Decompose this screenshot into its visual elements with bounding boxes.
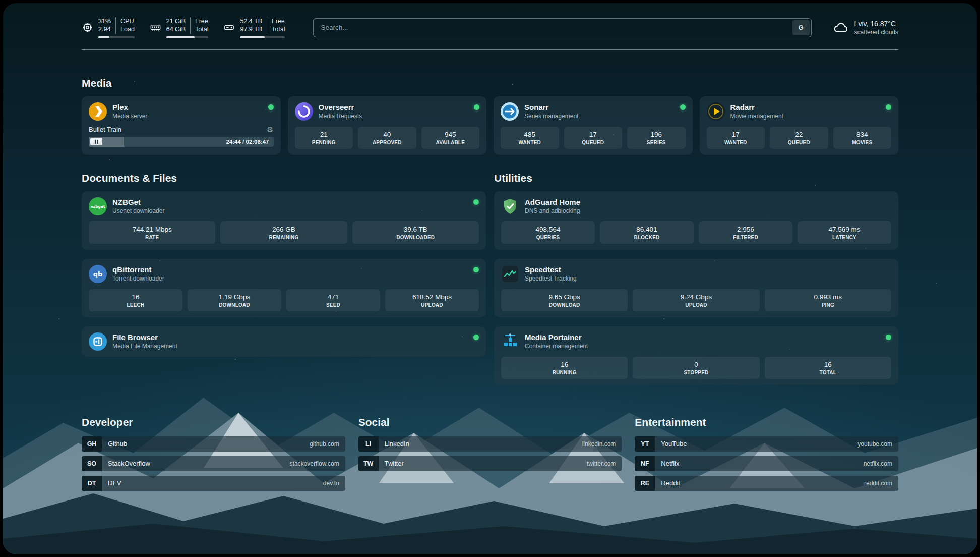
- disk-free: 52.4 TB: [240, 17, 267, 25]
- app-subtitle: Torrent downloader: [112, 275, 164, 282]
- app-name: NZBGet: [112, 198, 164, 207]
- stat-label: LATENCY: [801, 235, 888, 240]
- weather-widget: Lviv, 16.87°C scattered clouds: [833, 20, 898, 36]
- bookmark-dev[interactable]: DT DEV dev.to: [82, 476, 345, 491]
- stat-box: 471 SEED: [286, 289, 380, 311]
- bookmark-group-entertainment: Entertainment YT YouTube youtube.com NF …: [635, 416, 898, 495]
- ram-icon: [150, 22, 161, 33]
- topbar-divider: [82, 49, 898, 50]
- bookmark-twitter[interactable]: TW Twitter twitter.com: [358, 456, 622, 471]
- stat-value: 471: [289, 293, 377, 301]
- status-dot: [886, 104, 891, 110]
- app-name: AdGuard Home: [525, 198, 580, 207]
- app-name: qBittorrent: [112, 265, 164, 275]
- disk-progress-bar: [240, 36, 285, 38]
- stat-label: RATE: [92, 235, 212, 240]
- stat-box: 17 QUEUED: [564, 127, 623, 149]
- app-card-adguard[interactable]: AdGuard Home DNS and adblocking 498,564 …: [494, 191, 898, 250]
- stat-label: UPLOAD: [388, 302, 476, 308]
- stat-value: 834: [836, 131, 889, 138]
- plex-now-playing: Bullet Train ⚙ 24:44 / 02:06:47: [89, 126, 274, 147]
- status-dot: [268, 104, 274, 110]
- bookmark-abbr: LI: [358, 436, 379, 452]
- search-input[interactable]: [313, 18, 811, 37]
- stat-value: 16: [92, 293, 179, 301]
- bookmark-netflix[interactable]: NF Netflix netflix.com: [635, 456, 898, 471]
- stat-label: SERIES: [630, 140, 683, 145]
- stat-box: 16 LEECH: [89, 289, 182, 311]
- app-name: Radarr: [730, 103, 783, 113]
- app-card-plex[interactable]: Plex Media server Bullet Train ⚙: [82, 96, 281, 155]
- app-subtitle: Series management: [524, 113, 578, 120]
- stat-box: 47.569 ms LATENCY: [798, 221, 891, 244]
- cpu-percent: 31%: [98, 17, 115, 25]
- overseerr-icon: [295, 102, 313, 121]
- stat-box: 1.19 Gbps DOWNLOAD: [188, 289, 281, 311]
- app-card-portainer[interactable]: Media Portainer Container management 16 …: [494, 326, 898, 385]
- app-name: Speedtest: [525, 265, 577, 275]
- bookmark-linkedin[interactable]: LI LinkedIn linkedin.com: [358, 436, 622, 452]
- stat-value: 9.65 Gbps: [504, 293, 625, 301]
- portainer-stats: 16 RUNNING 0 STOPPED 16 TOTAL: [501, 357, 891, 379]
- stat-label: BLOCKED: [603, 235, 691, 240]
- app-card-overseerr[interactable]: Overseerr Media Requests 21 PENDING 40 A…: [288, 96, 487, 155]
- bookmark-abbr: YT: [635, 436, 655, 452]
- playback-progress-bar[interactable]: 24:44 / 02:06:47: [89, 137, 274, 147]
- pause-button[interactable]: [90, 138, 102, 145]
- bookmark-stackoverflow[interactable]: SO StackOverflow stackoverflow.com: [82, 456, 345, 471]
- app-card-radarr[interactable]: Radarr Movie management 17 WANTED 22 QUE…: [700, 96, 899, 155]
- status-dot: [473, 335, 479, 340]
- stat-box: 39.6 TB DOWNLOADED: [352, 221, 479, 244]
- stat-label: RUNNING: [504, 370, 625, 375]
- ram-free: 21 GiB: [166, 17, 190, 25]
- app-card-qbittorrent[interactable]: qb qBittorrent Torrent downloader 16: [82, 259, 486, 317]
- ram-widget: 21 GiB Free 64 GiB Total: [150, 17, 209, 38]
- bookmark-group-social: Social LI LinkedIn linkedin.com TW Twitt…: [358, 416, 622, 495]
- stat-box: 16 RUNNING: [501, 357, 628, 379]
- stat-box: 498,564 QUERIES: [501, 221, 595, 244]
- app-card-sonarr[interactable]: Sonarr Series management 485 WANTED 17 Q…: [494, 96, 693, 155]
- stat-value: 86,401: [603, 226, 691, 233]
- stat-value: 0.993 ms: [768, 293, 888, 301]
- app-name: Media Portainer: [525, 333, 588, 343]
- google-search-button[interactable]: G: [792, 20, 810, 35]
- stat-value: 744.21 Mbps: [92, 226, 212, 233]
- bookmark-abbr: SO: [82, 456, 102, 471]
- status-dot: [474, 104, 479, 110]
- status-dot: [473, 199, 479, 205]
- weather-condition: scattered clouds: [854, 29, 898, 36]
- system-metrics: 31% CPU 2.94 Load: [82, 17, 285, 38]
- stat-label: UPLOAD: [636, 302, 756, 308]
- stat-box: 744.21 Mbps RATE: [89, 221, 215, 244]
- section-title-utilities: Utilities: [494, 172, 898, 184]
- app-name: Overseerr: [319, 103, 362, 113]
- app-name: Sonarr: [524, 103, 578, 113]
- bookmark-youtube[interactable]: YT YouTube youtube.com: [635, 436, 898, 452]
- stat-label: DOWNLOAD: [191, 302, 278, 308]
- topbar: 31% CPU 2.94 Load: [82, 17, 898, 38]
- stat-box: 40 APPROVED: [358, 127, 416, 149]
- app-subtitle: Container management: [525, 343, 588, 350]
- disk-label-2: Total: [267, 25, 285, 33]
- app-card-speedtest[interactable]: Speedtest Speedtest Tracking 9.65 Gbps D…: [494, 259, 898, 317]
- gear-icon[interactable]: ⚙: [267, 126, 273, 133]
- disk-total: 97.9 TB: [240, 25, 267, 33]
- bookmark-github[interactable]: GH Github github.com: [82, 436, 345, 452]
- stat-box: 618.52 Mbps UPLOAD: [385, 289, 479, 311]
- bookmark-name: StackOverflow: [108, 460, 150, 467]
- bookmark-reddit[interactable]: RE Reddit reddit.com: [635, 476, 898, 491]
- playback-time: 24:44 / 02:06:47: [226, 139, 269, 145]
- bookmark-url: dev.to: [323, 480, 339, 487]
- dashboard-window: 31% CPU 2.94 Load: [3, 3, 977, 554]
- app-card-filebrowser[interactable]: File Browser Media File Management: [82, 326, 486, 357]
- plex-icon: [89, 102, 107, 121]
- sonarr-icon: [501, 102, 519, 121]
- bookmark-group-developer: Developer GH Github github.com SO StackO…: [82, 416, 345, 495]
- stat-label: WANTED: [710, 140, 762, 145]
- search-bar: G: [313, 18, 811, 37]
- stat-label: QUERIES: [504, 235, 592, 240]
- section-utilities: Utilities AdGuard Home DNS and adblockin…: [494, 172, 898, 385]
- stat-value: 618.52 Mbps: [388, 293, 476, 301]
- stat-label: PING: [768, 302, 888, 308]
- app-card-nzbget[interactable]: nzbget NZBGet Usenet downloader 744.21 M…: [82, 191, 486, 250]
